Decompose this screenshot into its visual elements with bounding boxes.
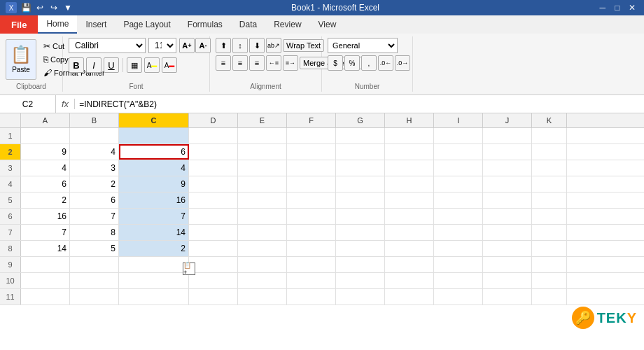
cell-C8[interactable]: 2 bbox=[119, 241, 189, 256]
cell-K10[interactable] bbox=[532, 273, 567, 288]
cell-A11[interactable] bbox=[21, 289, 70, 304]
cell-H11[interactable] bbox=[385, 289, 434, 304]
cell-G8[interactable] bbox=[336, 241, 385, 256]
cell-B6[interactable]: 7 bbox=[70, 209, 119, 224]
align-middle-button[interactable]: ↕ bbox=[232, 38, 248, 53]
align-left-button[interactable]: ≡ bbox=[216, 55, 231, 71]
cell-D6[interactable] bbox=[189, 209, 238, 224]
col-header-G[interactable]: G bbox=[336, 113, 385, 127]
cell-F8[interactable] bbox=[287, 241, 336, 256]
cell-D1[interactable] bbox=[189, 128, 238, 144]
text-angle-button[interactable]: ab↗ bbox=[266, 38, 281, 53]
cell-J6[interactable] bbox=[483, 209, 532, 224]
cell-A6[interactable]: 16 bbox=[21, 209, 70, 224]
accounting-button[interactable]: $ bbox=[328, 55, 343, 71]
col-header-H[interactable]: H bbox=[385, 113, 434, 127]
cell-K2[interactable] bbox=[532, 144, 567, 160]
cell-I11[interactable] bbox=[434, 289, 483, 304]
file-tab[interactable]: File bbox=[0, 15, 38, 34]
cell-B3[interactable]: 3 bbox=[70, 160, 119, 176]
cell-A5[interactable]: 2 bbox=[21, 192, 70, 208]
cell-J10[interactable] bbox=[483, 273, 532, 288]
percent-button[interactable]: % bbox=[344, 55, 360, 71]
cell-D9[interactable] bbox=[189, 257, 238, 272]
cell-A1[interactable] bbox=[21, 128, 70, 144]
cell-C9[interactable]: 📋+ bbox=[119, 257, 189, 272]
cell-G7[interactable] bbox=[336, 225, 385, 240]
cell-F7[interactable] bbox=[287, 225, 336, 240]
cell-F4[interactable] bbox=[287, 176, 336, 192]
cell-C3[interactable]: 4 bbox=[119, 160, 189, 176]
cell-G6[interactable] bbox=[336, 209, 385, 224]
cell-B1[interactable] bbox=[70, 128, 119, 144]
increase-indent-button[interactable]: ≡→ bbox=[283, 55, 298, 71]
cell-G4[interactable] bbox=[336, 176, 385, 192]
cell-H7[interactable] bbox=[385, 225, 434, 240]
cell-K1[interactable] bbox=[532, 128, 567, 144]
bold-button[interactable]: B bbox=[69, 57, 84, 73]
customize-button[interactable]: ▼ bbox=[62, 1, 74, 14]
cell-I2[interactable] bbox=[434, 144, 483, 160]
font-family-select[interactable]: Calibri bbox=[69, 38, 146, 53]
font-color-button[interactable]: A▬ bbox=[162, 57, 177, 73]
cell-A10[interactable] bbox=[21, 273, 70, 288]
cell-F10[interactable] bbox=[287, 273, 336, 288]
col-header-K[interactable]: K bbox=[532, 113, 567, 127]
col-header-I[interactable]: I bbox=[434, 113, 483, 127]
col-header-A[interactable]: A bbox=[21, 113, 70, 127]
cell-K4[interactable] bbox=[532, 176, 567, 192]
align-bottom-button[interactable]: ⬇ bbox=[249, 38, 265, 53]
menu-review[interactable]: Review bbox=[265, 15, 309, 34]
col-header-D[interactable]: D bbox=[189, 113, 238, 127]
cell-D10[interactable] bbox=[189, 273, 238, 288]
number-format-select[interactable]: General Number Currency Percentage bbox=[328, 38, 398, 53]
cell-B5[interactable]: 6 bbox=[70, 192, 119, 208]
menu-page-layout[interactable]: Page Layout bbox=[115, 15, 178, 34]
col-header-E[interactable]: E bbox=[238, 113, 287, 127]
col-header-C[interactable]: C bbox=[119, 113, 189, 127]
comma-button[interactable]: , bbox=[361, 55, 377, 71]
cell-B7[interactable]: 8 bbox=[70, 225, 119, 240]
cell-D2[interactable] bbox=[189, 144, 238, 160]
formula-input[interactable] bbox=[75, 98, 644, 111]
redo-button[interactable]: ↪ bbox=[48, 1, 60, 14]
cell-F2[interactable] bbox=[287, 144, 336, 160]
cell-G9[interactable] bbox=[336, 257, 385, 272]
cell-E10[interactable] bbox=[238, 273, 287, 288]
minimize-button[interactable]: ─ bbox=[596, 1, 608, 14]
font-shrink-button[interactable]: A- bbox=[195, 38, 211, 53]
cell-E2[interactable] bbox=[238, 144, 287, 160]
increase-decimal-button[interactable]: .0→ bbox=[395, 55, 410, 71]
cell-C4[interactable]: 9 bbox=[119, 176, 189, 192]
align-right-button[interactable]: ≡ bbox=[249, 55, 265, 71]
cell-B2[interactable]: 4 bbox=[70, 144, 119, 160]
cell-E9[interactable] bbox=[238, 257, 287, 272]
cell-F9[interactable] bbox=[287, 257, 336, 272]
underline-button[interactable]: U bbox=[104, 57, 119, 73]
cell-G3[interactable] bbox=[336, 160, 385, 176]
col-header-F[interactable]: F bbox=[287, 113, 336, 127]
align-top-button[interactable]: ⬆ bbox=[216, 38, 231, 53]
maximize-button[interactable]: □ bbox=[611, 1, 623, 14]
cell-G5[interactable] bbox=[336, 192, 385, 208]
menu-data[interactable]: Data bbox=[231, 15, 265, 34]
cell-J3[interactable] bbox=[483, 160, 532, 176]
cell-D5[interactable] bbox=[189, 192, 238, 208]
paste-button[interactable]: 📋 Paste bbox=[6, 39, 36, 80]
font-grow-button[interactable]: A+ bbox=[179, 38, 195, 53]
cell-I1[interactable] bbox=[434, 128, 483, 144]
cell-I6[interactable] bbox=[434, 209, 483, 224]
cell-J11[interactable] bbox=[483, 289, 532, 304]
cell-I7[interactable] bbox=[434, 225, 483, 240]
cell-F6[interactable] bbox=[287, 209, 336, 224]
decrease-indent-button[interactable]: ←≡ bbox=[266, 55, 281, 71]
cell-A3[interactable]: 4 bbox=[21, 160, 70, 176]
cell-I3[interactable] bbox=[434, 160, 483, 176]
cell-K7[interactable] bbox=[532, 225, 567, 240]
cell-F3[interactable] bbox=[287, 160, 336, 176]
cell-H4[interactable] bbox=[385, 176, 434, 192]
cell-C6[interactable]: 7 bbox=[119, 209, 189, 224]
cell-D8[interactable] bbox=[189, 241, 238, 256]
undo-button[interactable]: ↩ bbox=[34, 1, 46, 14]
cell-E11[interactable] bbox=[238, 289, 287, 304]
